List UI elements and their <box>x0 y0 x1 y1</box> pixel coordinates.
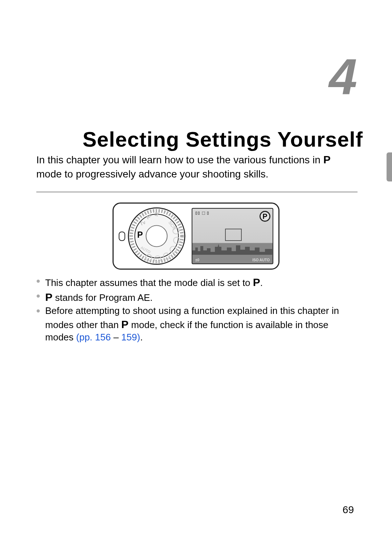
lcd-focus-frame <box>225 229 242 241</box>
bullet-icon: • <box>36 305 40 344</box>
note-text: This chapter assumes that the mode dial … <box>45 275 358 289</box>
lcd-iso-value: ISO AUTO <box>252 258 270 262</box>
lcd-bottom-row: ±0 ISO AUTO <box>192 258 273 262</box>
note-2-suffix: stands for Program AE. <box>53 292 153 303</box>
note-1-prefix: This chapter assumes that the mode dial … <box>45 277 253 288</box>
dial-index-nub <box>119 232 125 241</box>
list-item: • P stands for Program AE. <box>36 290 358 304</box>
page-ref-dash: – <box>111 332 121 343</box>
p-mode-icon: P <box>323 154 331 165</box>
lcd-skyline <box>192 244 272 255</box>
p-mode-icon: P <box>253 276 260 288</box>
list-item: • This chapter assumes that the mode dia… <box>36 275 358 289</box>
mode-dial-illustration: P Tv Av M AUTO SCN <box>127 206 187 266</box>
lcd-preview-illustration: ▯▯ ⬚ ▯ P ±0 ISO AUTO <box>192 208 273 264</box>
illustration-panel: P Tv Av M AUTO SCN ▯▯ ⬚ ▯ P ±0 <box>113 203 279 270</box>
page-ref-link-156[interactable]: (pp. 156 <box>76 332 111 343</box>
intro-text: In this chapter you will learn how to us… <box>36 152 358 181</box>
intro-line2: mode to progressively advance your shoot… <box>36 168 269 180</box>
chapter-number: 4 <box>329 47 356 106</box>
page-edge-tab <box>387 152 392 181</box>
page-number: 69 <box>343 504 354 516</box>
chapter-title: Selecting Settings Yourself <box>36 127 363 151</box>
note-text: P stands for Program AE. <box>45 290 358 304</box>
lcd-p-indicator-icon: P <box>260 211 270 222</box>
bullet-icon: • <box>36 275 40 289</box>
svg-text:P: P <box>137 230 143 240</box>
intro-line1-prefix: In this chapter you will learn how to us… <box>36 154 323 165</box>
notes-list: • This chapter assumes that the mode dia… <box>36 275 358 344</box>
bullet-icon: • <box>36 290 40 304</box>
intro-block: In this chapter you will learn how to us… <box>36 152 358 192</box>
note-1-suffix: . <box>260 277 263 288</box>
note-3-suffix: . <box>140 332 143 343</box>
page-ref-link-159[interactable]: 159) <box>121 332 140 343</box>
lcd-top-icons: ▯▯ ⬚ ▯ <box>195 211 209 215</box>
mode-dial-svg: P Tv Av M AUTO SCN <box>127 206 187 266</box>
p-mode-icon: P <box>121 318 128 330</box>
p-mode-icon: P <box>45 291 53 303</box>
list-item: • Before attempting to shoot using a fun… <box>36 305 358 344</box>
note-text: Before attempting to shoot using a funct… <box>45 305 358 344</box>
svg-point-3 <box>146 225 167 246</box>
lcd-exposure-value: ±0 <box>195 258 199 262</box>
